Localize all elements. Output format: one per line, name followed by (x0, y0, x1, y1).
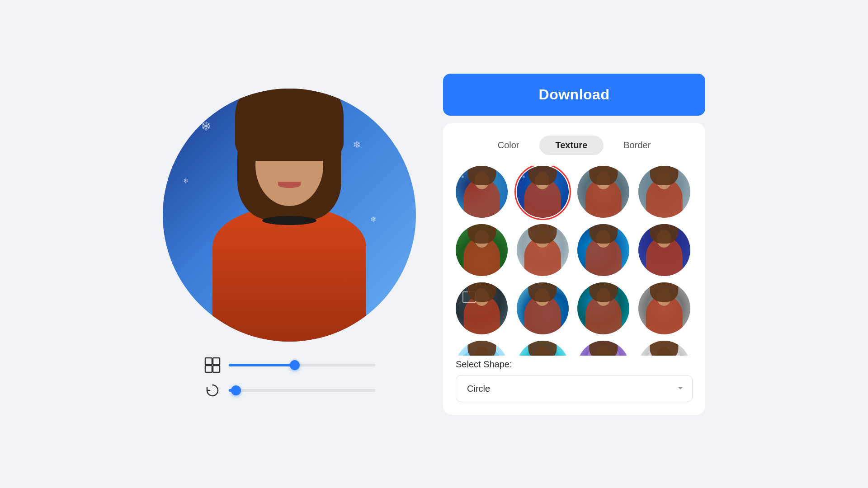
svg-rect-0 (205, 358, 212, 365)
shape-select[interactable]: Circle Square Hexagon Star Diamond (456, 375, 693, 402)
zoom-icon (203, 356, 222, 374)
person-collar (262, 216, 316, 225)
svg-rect-3 (213, 366, 220, 372)
texture-item-9[interactable] (456, 282, 508, 334)
zoom-slider-fill (229, 364, 295, 366)
texture-item-12[interactable] (638, 282, 690, 334)
person-lips (278, 182, 301, 188)
texture-item-3[interactable] (577, 166, 629, 218)
texture-item-14[interactable] (517, 341, 569, 356)
tabs-container: Color Texture Border (456, 136, 693, 155)
texture-item-16[interactable] (638, 341, 690, 356)
texture-item-5[interactable] (456, 224, 508, 276)
svg-rect-2 (205, 366, 212, 372)
panel-card: Color Texture Border ❄ ❄ ❄ ❄ (443, 123, 705, 415)
right-panel: Download Color Texture Border ❄ ❄ (443, 74, 705, 415)
texture-item-13[interactable] (456, 341, 508, 356)
texture-item-11[interactable] (577, 282, 629, 334)
texture-item-10[interactable] (517, 282, 569, 334)
shape-label: Select Shape: (456, 359, 693, 370)
rotate-icon (203, 381, 222, 399)
zoom-slider-track[interactable] (229, 364, 375, 366)
tab-color[interactable]: Color (481, 136, 536, 155)
texture-item-4[interactable] (638, 166, 690, 218)
texture-item-15[interactable] (577, 341, 629, 356)
preview-circle: ❄ ❄ ❄ ❄ ❄ ❄ ❄ ❄ (163, 89, 416, 342)
texture-grid: ❄ ❄ ❄ ❄ (456, 166, 693, 356)
texture-item-2[interactable]: ❄ ❄ (517, 166, 569, 218)
zoom-slider-thumb[interactable] (290, 360, 300, 370)
rotate-slider-track[interactable] (229, 389, 375, 392)
texture-item-8[interactable] (638, 224, 690, 276)
texture-item-1[interactable]: ❄ ❄ (456, 166, 508, 218)
left-panel: ❄ ❄ ❄ ❄ ❄ ❄ ❄ ❄ (163, 89, 416, 399)
zoom-control-row (203, 356, 375, 374)
person-body-container (194, 125, 384, 342)
texture-item-6[interactable] (517, 224, 569, 276)
rotate-slider-thumb[interactable] (231, 385, 241, 395)
svg-rect-1 (213, 358, 220, 365)
download-button[interactable]: Download (443, 74, 705, 116)
person-jacket (212, 206, 366, 342)
snowflake-decoration: ❄ (183, 177, 189, 184)
texture-item-7[interactable] (577, 224, 629, 276)
shape-section: Select Shape: Circle Square Hexagon Star… (456, 359, 693, 402)
tab-texture[interactable]: Texture (539, 136, 604, 155)
rotate-control-row (203, 381, 375, 399)
controls-panel (203, 356, 375, 399)
tab-border[interactable]: Border (607, 136, 667, 155)
person-hair-front (235, 89, 344, 161)
